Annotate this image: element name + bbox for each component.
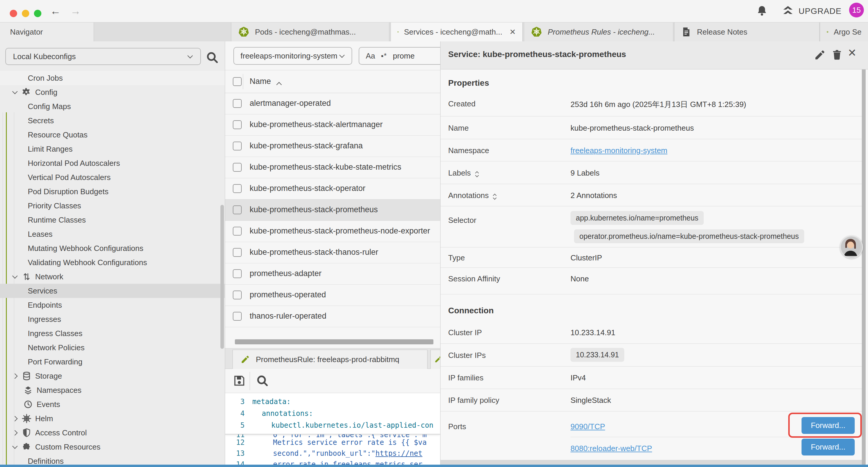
notifications-bell-icon[interactable] (756, 5, 768, 18)
table-row[interactable]: kube-prometheus-stack-prometheus-node-ex… (225, 221, 440, 242)
row-checkbox[interactable] (233, 291, 242, 299)
select-all-checkbox[interactable] (233, 77, 242, 86)
sidebar-item-ingresses[interactable]: Ingresses (0, 312, 225, 326)
sidebar-item-leases[interactable]: Leases (0, 227, 225, 241)
row-checkbox[interactable] (233, 142, 242, 150)
row-checkbox[interactable] (233, 248, 242, 257)
sidebar-item-config[interactable]: Config (0, 85, 225, 99)
editor-tab-prometheusrule[interactable]: PrometheusRule: freeleaps-prod-rabbitmq (232, 350, 428, 369)
search-icon[interactable] (206, 51, 219, 64)
sidebar-item-config-maps[interactable]: Config Maps (0, 99, 225, 114)
sidebar-item-helm[interactable]: Helm (0, 411, 225, 426)
maximize-traffic-light[interactable] (34, 10, 41, 17)
sidebar-item-ingress-classes[interactable]: Ingress Classes (0, 326, 225, 341)
row-checkbox[interactable] (233, 99, 242, 108)
panel-horizontal-scrollbar[interactable] (440, 460, 862, 465)
notification-count-badge[interactable]: 15 (849, 3, 864, 18)
search-icon[interactable] (256, 374, 269, 387)
sidebar-item-port-forwarding[interactable]: Port Forwarding (0, 355, 225, 369)
sidebar-item-events[interactable]: Events (0, 397, 225, 411)
table-row-selected[interactable]: kube-prometheus-stack-prometheus (225, 200, 440, 221)
kubeconfig-select[interactable]: Local Kubeconfigs (5, 48, 201, 65)
row-checkbox[interactable] (233, 163, 242, 172)
port-link-8080-reloader-web[interactable]: 8080:reloader-web/TCP (570, 444, 652, 453)
close-traffic-light[interactable] (10, 10, 17, 17)
forward-arrow-icon[interactable]: → (70, 4, 81, 18)
row-checkbox[interactable] (233, 312, 242, 321)
table-row[interactable]: kube-prometheus-stack-kube-state-metrics (225, 157, 440, 178)
navigator-panel-tab[interactable]: Navigator (0, 23, 94, 41)
trash-icon[interactable] (831, 49, 843, 61)
sidebar-item-limit-ranges[interactable]: Limit Ranges (0, 142, 225, 156)
row-checkbox[interactable] (233, 184, 242, 193)
expand-collapse-sorter-icon[interactable] (476, 169, 478, 177)
sidebar-item-validating-webhook-configurations[interactable]: Validating Webhook Configurations (0, 255, 225, 269)
tab-prometheus-rules[interactable]: Prometheus Rules - icecheng... (524, 23, 673, 41)
tab-services[interactable]: Services - icecheng@math... ✕ (391, 23, 523, 41)
expand-collapse-sorter-icon[interactable] (493, 192, 496, 199)
sidebar-item-runtime-classes[interactable]: Runtime Classes (0, 213, 225, 227)
row-checkbox[interactable] (233, 120, 242, 129)
sidebar-scrollbar[interactable] (220, 205, 224, 349)
sidebar-item-vertical-pod-autoscalers[interactable]: Vertical Pod Autoscalers (0, 170, 225, 184)
tab-argo-service[interactable]: Argo Se (820, 23, 868, 41)
upgrade-button[interactable]: UPGRADE (781, 5, 841, 18)
sidebar-item-horizontal-pod-autoscalers[interactable]: Horizontal Pod Autoscalers (0, 156, 225, 170)
sidebar-item-network-policies[interactable]: Network Policies (0, 341, 225, 355)
table-row[interactable]: prometheus-adapter (225, 263, 440, 285)
table-row[interactable]: alertmanager-operated (225, 93, 440, 114)
sidebar-item-custom-resources[interactable]: Custom Resources (0, 440, 225, 454)
sidebar-item-pod-disruption-budgets[interactable]: Pod Disruption Budgets (0, 184, 225, 199)
row-checkbox[interactable] (233, 205, 242, 214)
namespace-link[interactable]: freeleaps-monitoring-system (570, 146, 668, 155)
sidebar-item-access-control[interactable]: Access Control (0, 426, 225, 440)
back-arrow-icon[interactable]: ← (50, 4, 61, 18)
table-row[interactable]: kube-prometheus-stack-alertmanager (225, 114, 440, 136)
sidebar-item-storage[interactable]: Storage (0, 369, 225, 383)
user-avatar[interactable] (840, 236, 863, 259)
row-checkbox[interactable] (233, 227, 242, 236)
sidebar-item-namespaces[interactable]: Namespaces (0, 383, 225, 397)
yaml-editor[interactable]: 110","for":"1m","labels":{"service":"m 1… (225, 393, 440, 467)
save-icon[interactable] (232, 374, 246, 388)
minimize-traffic-light[interactable] (22, 10, 29, 17)
sidebar-item-network[interactable]: Network (0, 269, 225, 284)
forward-port-button-8080[interactable]: Forward... (802, 439, 855, 456)
editor-tab-partial[interactable] (430, 350, 440, 369)
sidebar-item-services[interactable]: Services (0, 284, 225, 298)
close-tab-icon[interactable]: ✕ (509, 28, 516, 37)
table-row[interactable]: kube-prometheus-stack-operator (225, 178, 440, 200)
match-case-icon[interactable]: Aa (366, 52, 375, 61)
puzzle-icon (22, 442, 32, 452)
name-column-header[interactable]: Name (250, 77, 271, 86)
sort-ascending-icon[interactable] (276, 82, 282, 87)
resource-search-input[interactable]: Aa ▪* prome (359, 47, 440, 65)
runbook-url-link[interactable]: https://net (375, 449, 423, 458)
sidebar-item-cron-jobs[interactable]: Cron Jobs (0, 71, 225, 85)
regex-icon[interactable]: ▪* (381, 52, 387, 60)
sidebar-item-mutating-webhook-configurations[interactable]: Mutating Webhook Configurations (0, 241, 225, 255)
edit-pencil-icon (434, 355, 440, 364)
panel-vertical-scrollbar[interactable] (862, 69, 866, 467)
sidebar-item-endpoints[interactable]: Endpoints (0, 298, 225, 312)
port-link-9090[interactable]: 9090/TCP (570, 422, 605, 431)
row-checkbox[interactable] (233, 269, 242, 278)
toolbar-divider (250, 372, 250, 390)
close-icon[interactable]: ✕ (848, 47, 860, 59)
property-row-ip-families: IP families IPv4 (440, 367, 862, 389)
tab-release-notes[interactable]: Release Notes (674, 23, 819, 41)
namespace-select[interactable]: freeleaps-monitoring-system (234, 47, 352, 65)
edit-pencil-icon[interactable] (814, 49, 826, 61)
tab-pods[interactable]: Pods - icecheng@mathmas... (231, 23, 390, 41)
chevron-right-icon (12, 430, 18, 435)
sidebar-item-secrets[interactable]: Secrets (0, 114, 225, 128)
table-row[interactable]: kube-prometheus-stack-thanos-ruler (225, 242, 440, 263)
upgrade-chevrons-icon (781, 5, 795, 18)
table-row[interactable]: thanos-ruler-operated (225, 306, 440, 327)
table-row[interactable]: prometheus-operated (225, 285, 440, 306)
table-row[interactable]: kube-prometheus-stack-grafana (225, 136, 440, 157)
property-row-ip-family-policy: IP family policy SingleStack (440, 389, 862, 411)
horizontal-scrollbar[interactable] (235, 339, 433, 344)
sidebar-item-priority-classes[interactable]: Priority Classes (0, 199, 225, 213)
sidebar-item-resource-quotas[interactable]: Resource Quotas (0, 128, 225, 142)
